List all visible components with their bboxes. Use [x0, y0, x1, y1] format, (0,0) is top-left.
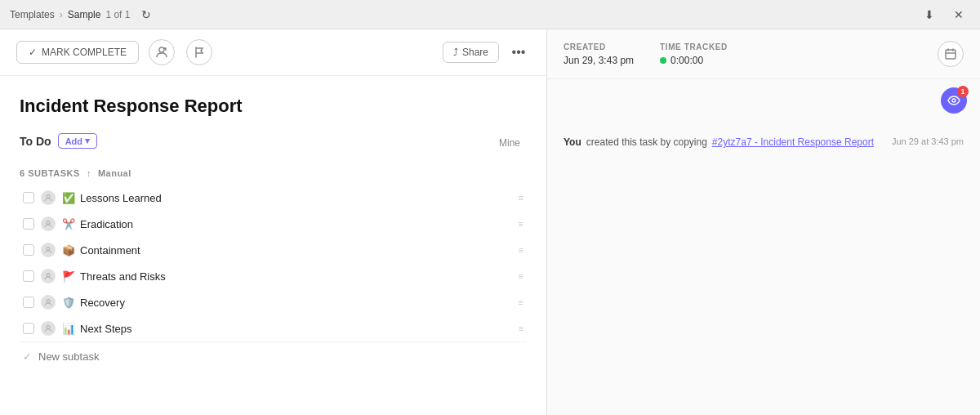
activity-action: created this task by copying — [586, 135, 707, 149]
flag-icon[interactable] — [186, 39, 212, 65]
subtask-item[interactable]: 📊 Next Steps ≡ — [20, 315, 527, 341]
mine-label: Mine — [499, 137, 527, 149]
right-panel: CREATED Jun 29, 3:43 pm TIME TRACKED 0:0… — [547, 29, 980, 415]
content-area: Incident Response Report To Do Add ▾ Min… — [0, 76, 546, 415]
created-meta: CREATED Jun 29, 3:43 pm — [564, 42, 634, 66]
subtask-avatar — [41, 321, 56, 336]
time-tracked-label: TIME TRACKED — [660, 42, 728, 51]
task-title: Incident Response Report — [20, 96, 527, 117]
subtask-name: ✅ Lessons Learned — [62, 192, 512, 204]
subtask-name: 🛡️ Recovery — [62, 297, 512, 309]
share-label: Share — [462, 47, 488, 58]
main-layout: ✓ MARK COMPLETE + — [0, 29, 980, 415]
subtasks-header: 6 SUBTASKS ↑ Manual — [20, 162, 527, 185]
subtask-avatar — [41, 190, 56, 205]
subtask-drag-handle[interactable]: ≡ — [519, 193, 523, 203]
activity-timestamp: Jun 29 at 3:43 pm — [882, 135, 964, 149]
watch-button[interactable]: 1 — [941, 87, 967, 114]
subtask-checkbox[interactable] — [23, 192, 34, 203]
refresh-icon[interactable]: ↻ — [135, 3, 158, 26]
svg-point-3 — [47, 195, 50, 199]
subtask-checkbox[interactable] — [23, 218, 34, 230]
subtask-drag-handle[interactable]: ≡ — [519, 297, 523, 307]
svg-point-6 — [47, 274, 50, 277]
subtask-emoji: ✂️ — [62, 218, 75, 230]
todo-row: To Do Add ▾ Mine — [20, 133, 527, 152]
subtask-avatar — [41, 295, 56, 310]
subtask-checkbox[interactable] — [23, 323, 34, 334]
subtask-item[interactable]: ✅ Lessons Learned ≡ — [20, 185, 527, 211]
subtask-avatar — [41, 269, 56, 283]
sample-link[interactable]: Sample — [68, 9, 101, 20]
download-icon[interactable]: ⬇ — [918, 3, 941, 26]
subtask-name: 🚩 Threats and Risks — [62, 270, 512, 283]
subtask-item[interactable]: 🛡️ Recovery ≡ — [20, 289, 527, 315]
more-options-button[interactable]: ••• — [507, 41, 530, 64]
time-tracked-value: 0:00:00 — [660, 55, 728, 66]
subtask-drag-handle[interactable]: ≡ — [519, 219, 523, 229]
left-panel: ✓ MARK COMPLETE + — [0, 29, 547, 415]
notification-badge: 1 — [957, 86, 969, 97]
assign-person-icon[interactable]: + — [149, 39, 175, 65]
share-button[interactable]: ⤴ Share — [443, 42, 499, 63]
add-label: Add — [65, 136, 82, 146]
mark-complete-label: MARK COMPLETE — [42, 47, 127, 58]
breadcrumb-sep: › — [60, 9, 63, 20]
timer-dot — [660, 57, 666, 64]
subtask-emoji: 📦 — [62, 244, 75, 257]
share-icon: ⤴ — [453, 47, 458, 58]
activity-link[interactable]: #2ytz7a7 - Incident Response Report — [712, 135, 874, 149]
subtasks-count-label: 6 SUBTASKS — [20, 168, 80, 178]
created-value: Jun 29, 3:43 pm — [564, 55, 634, 66]
subtask-name: 📦 Containment — [62, 244, 512, 257]
toolbar-right: ⤴ Share ••• — [443, 41, 530, 64]
svg-rect-9 — [946, 50, 956, 59]
svg-point-7 — [47, 300, 50, 303]
subtask-name: ✂️ Eradication — [62, 218, 512, 230]
subtask-item[interactable]: 🚩 Threats and Risks ≡ — [20, 263, 527, 289]
subtask-avatar — [41, 243, 56, 257]
new-subtask-check-icon: ✓ — [23, 350, 32, 363]
top-bar-right: ⬇ ✕ — [918, 3, 970, 26]
subtask-emoji: 📊 — [62, 323, 75, 335]
toolbar-icons: + — [149, 39, 433, 65]
subtask-checkbox[interactable] — [23, 297, 34, 308]
templates-link[interactable]: Templates — [10, 9, 55, 20]
checkmark-icon: ✓ — [29, 47, 37, 58]
svg-point-4 — [47, 221, 50, 225]
subtask-emoji: 🛡️ — [62, 297, 75, 309]
time-tracked-meta: TIME TRACKED 0:00:00 — [660, 42, 728, 66]
subtask-avatar — [41, 216, 56, 231]
todo-label: To Do — [20, 135, 51, 148]
svg-point-5 — [47, 248, 50, 251]
page-count: 1 of 1 — [105, 9, 130, 20]
subtasks-list: ✅ Lessons Learned ≡ ✂️ Eradication ≡ — [20, 185, 527, 341]
created-label: CREATED — [564, 42, 634, 51]
svg-point-10 — [952, 99, 956, 102]
subtask-checkbox[interactable] — [23, 270, 34, 282]
dropdown-icon: ▾ — [85, 136, 90, 146]
breadcrumb: Templates › Sample 1 of 1 ↻ — [10, 3, 158, 26]
calendar-icon[interactable] — [938, 41, 964, 67]
svg-point-8 — [47, 326, 50, 329]
subtask-drag-handle[interactable]: ≡ — [519, 324, 523, 333]
subtask-item[interactable]: ✂️ Eradication ≡ — [20, 211, 527, 237]
new-subtask-input[interactable] — [38, 350, 523, 363]
mark-complete-button[interactable]: ✓ MARK COMPLETE — [16, 41, 139, 64]
time-value: 0:00:00 — [670, 55, 703, 66]
activity-area: You created this task by copying #2ytz7a… — [547, 122, 980, 415]
subtask-emoji: 🚩 — [62, 270, 75, 283]
subtask-emoji: ✅ — [62, 192, 75, 204]
sort-icon: ↑ — [87, 168, 91, 178]
subtask-drag-handle[interactable]: ≡ — [519, 271, 523, 281]
top-bar: Templates › Sample 1 of 1 ↻ ⬇ ✕ — [0, 0, 980, 29]
close-icon[interactable]: ✕ — [947, 3, 970, 26]
subtask-drag-handle[interactable]: ≡ — [519, 245, 523, 255]
sort-label: Manual — [98, 168, 131, 178]
activity-user: You — [564, 135, 581, 149]
todo-section: To Do Add ▾ — [20, 133, 97, 149]
meta-bar: CREATED Jun 29, 3:43 pm TIME TRACKED 0:0… — [547, 29, 980, 79]
add-button[interactable]: Add ▾ — [58, 133, 97, 149]
subtask-item[interactable]: 📦 Containment ≡ — [20, 237, 527, 263]
subtask-checkbox[interactable] — [23, 244, 34, 256]
